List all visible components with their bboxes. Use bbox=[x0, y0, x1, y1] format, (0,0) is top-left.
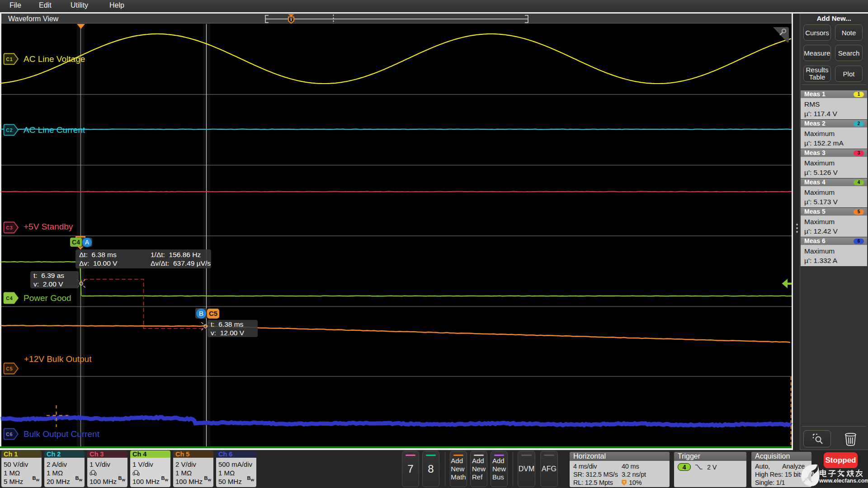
svg-text:C1: C1 bbox=[6, 56, 13, 62]
svg-text:C6: C6 bbox=[6, 432, 13, 437]
svg-text:C4: C4 bbox=[6, 296, 13, 301]
svg-text:T: T bbox=[623, 480, 625, 484]
svg-text:www.elecfans.com: www.elecfans.com bbox=[819, 478, 868, 484]
svg-text:T: T bbox=[290, 18, 292, 22]
svg-text:C2: C2 bbox=[6, 127, 13, 133]
svg-text:C3: C3 bbox=[6, 225, 13, 230]
svg-text:C5: C5 bbox=[6, 366, 13, 371]
